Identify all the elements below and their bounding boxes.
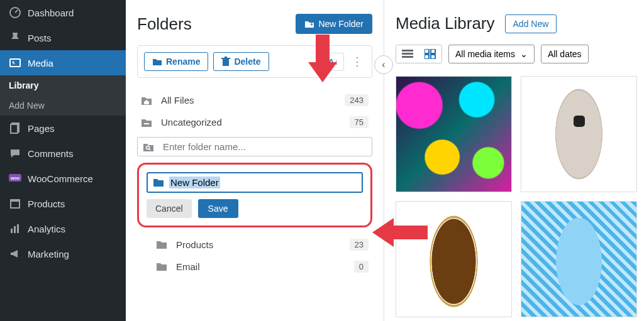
sidebar-item-products[interactable]: Products [0,191,126,216]
sidebar-sub-addnew[interactable]: Add New [0,95,126,116]
folder-label: Products [176,239,213,250]
comment-icon [9,147,21,160]
folder-row-email[interactable]: Email 0 [152,256,372,278]
rename-button[interactable]: Rename [144,52,208,71]
svg-rect-1 [10,59,20,67]
media-thumbnail[interactable] [396,76,512,192]
folder-search-input[interactable] [163,141,367,152]
more-options-icon[interactable]: ⋮ [349,55,365,68]
svg-rect-9 [11,229,13,233]
sidebar-item-analytics[interactable]: Analytics [0,216,126,241]
folder-label: Uncategorized [161,117,222,128]
woo-icon: woo [9,172,21,185]
media-grid [396,76,633,317]
sidebar-media-submenu: Library Add New [0,75,126,116]
folder-icon [156,262,170,271]
sidebar-label: Comments [28,148,74,159]
sidebar-item-marketing[interactable]: Marketing [0,241,126,266]
sidebar-label: WooCommerce [28,173,93,184]
sidebar-item-pages[interactable]: Pages [0,116,126,141]
annotation-arrow-left [372,218,428,247]
folder-row-products[interactable]: Products 23 [152,234,372,256]
sidebar-item-posts[interactable]: Posts [0,25,126,50]
sidebar-label: Products [28,199,65,209]
sidebar-label: Media [28,58,53,68]
media-library-panel: Media Library Add New All media items ⌄ … [384,0,644,321]
folder-search[interactable] [137,137,372,156]
filter-label: All media items [455,49,515,59]
new-folder-label: New Folder [318,19,364,29]
folder-label: All Files [161,95,194,106]
folder-count: 23 [350,239,369,251]
sidebar-sub-library[interactable]: Library [0,75,126,95]
view-list-button[interactable] [396,45,419,63]
sidebar-label: Pages [28,123,55,134]
trash-icon [221,57,230,67]
svg-rect-15 [402,50,413,52]
folder-count: 75 [350,116,369,128]
svg-rect-13 [144,123,149,124]
folder-list: All Files 243 Uncategorized 75 New Folde… [137,89,372,278]
folder-icon [152,58,162,66]
pages-icon [9,122,21,134]
folder-icon [156,240,170,249]
panel-collapse-button[interactable]: ‹ [374,55,393,74]
folder-row-uncategorized[interactable]: Uncategorized 75 [137,111,372,133]
folders-panel: Folders + New Folder Rename Delete A↓ ⋮ … [126,0,384,321]
sidebar-item-comments[interactable]: Comments [0,141,126,166]
svg-text:woo: woo [10,176,19,180]
folder-plus-icon: + [304,19,314,28]
svg-rect-10 [14,226,16,233]
new-folder-input-row[interactable]: New Folder [147,172,363,193]
sidebar-item-woocommerce[interactable]: woo WooCommerce [0,166,126,191]
media-library-title: Media Library [396,14,495,33]
svg-rect-16 [402,53,413,55]
chevron-left-icon: ‹ [382,59,385,70]
sidebar-item-dashboard[interactable]: Dashboard [0,0,126,25]
chevron-down-icon: ⌄ [520,49,528,59]
svg-rect-20 [425,55,429,59]
media-thumbnail[interactable] [521,201,637,317]
sidebar-label: Analytics [28,224,65,234]
delete-button[interactable]: Delete [213,52,269,71]
svg-text:+: + [310,21,313,28]
rename-label: Rename [166,57,200,67]
svg-rect-19 [431,49,435,53]
save-button[interactable]: Save [198,199,238,218]
svg-rect-17 [402,56,413,58]
wp-admin-sidebar: Dashboard Posts Media Library Add New Pa… [0,0,126,321]
media-type-filter[interactable]: All media items ⌄ [448,45,535,63]
folder-count: 0 [354,261,369,273]
folder-icon [153,178,164,187]
view-toggle [396,45,442,63]
cancel-button[interactable]: Cancel [147,199,192,218]
new-folder-card: New Folder Cancel Save [137,163,372,227]
media-toolbar: All media items ⌄ All dates [396,45,633,63]
annotation-arrow-down [308,35,337,85]
svg-rect-8 [10,199,20,202]
svg-rect-18 [425,49,429,53]
folder-label: Email [176,261,200,272]
folders-title: Folders [137,14,192,34]
sidebar-label: Posts [28,33,52,43]
grid-view-icon [425,49,436,59]
folder-count: 243 [345,94,369,106]
svg-rect-11 [17,224,19,233]
gauge-icon [9,6,21,19]
megaphone-icon [9,248,21,260]
new-folder-name-input[interactable]: New Folder [169,177,220,188]
media-thumbnail[interactable] [521,76,637,192]
folder-dash-icon [141,117,155,128]
sidebar-label: Marketing [28,249,69,259]
add-new-button[interactable]: Add New [505,14,557,33]
delete-label: Delete [234,57,260,67]
bars-icon [9,222,21,235]
date-filter[interactable]: All dates [541,45,589,63]
new-folder-button[interactable]: + New Folder [296,14,372,34]
view-grid-button[interactable] [419,45,441,63]
pin-icon [9,31,21,44]
home-folder-icon [141,95,155,106]
folder-row-allfiles[interactable]: All Files 243 [137,89,372,111]
sidebar-item-media[interactable]: Media [0,50,126,75]
svg-rect-4 [11,124,18,133]
